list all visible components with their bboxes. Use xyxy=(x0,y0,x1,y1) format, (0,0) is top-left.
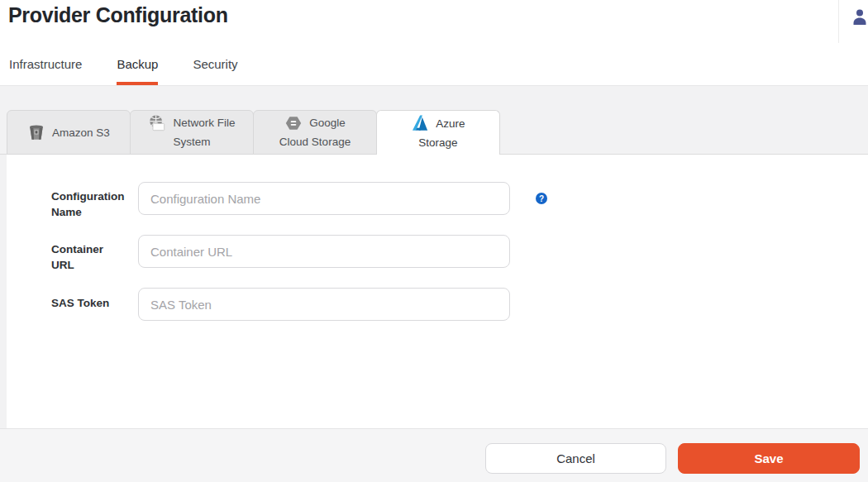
container-url-input[interactable] xyxy=(138,235,510,268)
google-cloud-storage-icon xyxy=(284,114,303,132)
provider-configuration-page: Provider Configuration Infrastructure Ba… xyxy=(0,0,868,482)
header-divider xyxy=(838,0,839,43)
page-title: Provider Configuration xyxy=(8,3,228,27)
provider-tab-content: Amazon S3 xyxy=(7,123,130,142)
configuration-name-label: Configuration Name xyxy=(51,189,134,220)
sas-token-label: SAS Token xyxy=(51,295,134,311)
amazon-s3-icon xyxy=(27,123,45,141)
provider-tab-content: Google Cloud Storage xyxy=(254,113,376,151)
tab-infrastructure[interactable]: Infrastructure xyxy=(9,57,82,85)
provider-tabs: Amazon S3 Network File System xyxy=(7,110,500,155)
form-panel: Configuration Name ? Container URL SAS T… xyxy=(7,155,868,428)
provider-tab-network-file-system[interactable]: Network File System xyxy=(130,110,254,155)
user-icon[interactable] xyxy=(851,8,868,25)
save-button[interactable]: Save xyxy=(678,443,860,474)
provider-tab-label: Network File System xyxy=(173,117,235,148)
provider-tab-label: Amazon S3 xyxy=(52,126,110,139)
azure-storage-icon xyxy=(411,114,429,132)
sas-token-input[interactable] xyxy=(138,288,510,321)
main-nav-tabs: Infrastructure Backup Security xyxy=(9,57,273,85)
provider-tab-azure-storage[interactable]: Azure Storage xyxy=(376,110,500,155)
footer-bar: Cancel Save xyxy=(0,428,868,482)
tab-security[interactable]: Security xyxy=(193,57,237,85)
tab-backup[interactable]: Backup xyxy=(117,57,158,85)
page-header: Provider Configuration Infrastructure Ba… xyxy=(0,0,868,86)
provider-tab-content: Network File System xyxy=(131,113,253,151)
provider-tab-content: Azure Storage xyxy=(377,114,499,152)
provider-tab-amazon-s3[interactable]: Amazon S3 xyxy=(7,110,131,155)
network-file-system-icon xyxy=(148,114,166,132)
configuration-name-input[interactable] xyxy=(138,182,510,215)
help-icon[interactable]: ? xyxy=(536,193,547,204)
container-url-label: Container URL xyxy=(51,241,134,273)
provider-tab-google-cloud-storage[interactable]: Google Cloud Storage xyxy=(253,110,377,155)
cancel-button[interactable]: Cancel xyxy=(485,443,666,474)
